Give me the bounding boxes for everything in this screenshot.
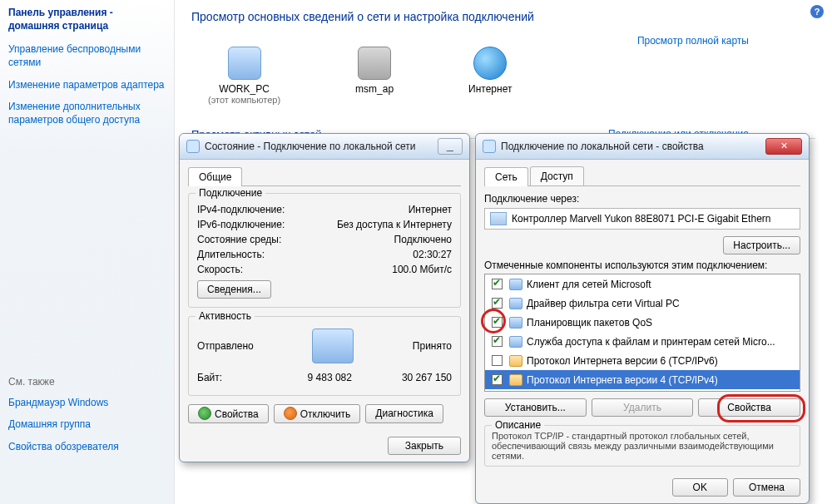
list-item[interactable]: Драйвер в/в тополога канального уровня <box>485 389 800 392</box>
connect-via-label: Подключение через: <box>484 193 800 205</box>
connection-status-dialog: Состояние - Подключение по локальной сет… <box>179 133 470 462</box>
sidebar-link-wireless[interactable]: Управление беспроводными сетями <box>8 43 141 68</box>
control-panel-home-link[interactable]: Панель управления - домашняя страница <box>8 7 166 32</box>
component-checkbox[interactable] <box>492 298 503 309</box>
internet-globe-icon <box>473 47 507 80</box>
computer-icon <box>228 47 261 80</box>
see-also-firewall[interactable]: Брандмауэр Windows <box>8 397 108 408</box>
ipv4-value: Интернет <box>409 204 452 215</box>
component-label: Клиент для сетей Microsoft <box>527 279 651 290</box>
view-full-map-link[interactable]: Просмотр полной карты <box>637 35 749 47</box>
sidebar-link-sharing-settings[interactable]: Изменение дополнительных параметров обще… <box>8 101 141 126</box>
component-checkbox[interactable] <box>492 336 503 347</box>
list-item[interactable]: Драйвер фильтра сети Virtual PC <box>485 294 800 313</box>
node-pc-label: WORK_PC <box>208 83 280 95</box>
install-button[interactable]: Установить... <box>484 398 587 417</box>
tab-general[interactable]: Общие <box>188 167 242 186</box>
component-icon <box>509 374 522 386</box>
details-button[interactable]: Сведения... <box>197 280 271 299</box>
see-also-heading: См. также <box>8 376 166 388</box>
duration-value: 02:30:27 <box>413 249 452 260</box>
network-icon <box>483 140 496 153</box>
list-item[interactable]: Служба доступа к файлам и принтерам сете… <box>485 332 800 351</box>
component-label: Планировщик пакетов QoS <box>527 317 652 329</box>
ok-button[interactable]: OK <box>672 478 728 497</box>
components-label: Отмеченные компоненты используются этим … <box>484 259 800 271</box>
list-item[interactable]: Протокол Интернета версии 6 (TCP/IPv6) <box>485 351 800 370</box>
remove-button: Удалить <box>592 398 694 417</box>
node-net-label: Интернет <box>468 83 512 95</box>
component-icon <box>509 317 522 329</box>
shield-icon <box>198 407 211 420</box>
properties-window-title: Подключение по локальной сети - свойства <box>501 141 760 152</box>
component-checkbox[interactable] <box>492 279 503 289</box>
component-label: Служба доступа к файлам и принтерам сете… <box>527 336 775 348</box>
list-item[interactable]: Планировщик пакетов QoS <box>485 313 800 332</box>
connection-group-label: Подключение <box>196 187 265 199</box>
component-icon <box>509 355 522 367</box>
bytes-received-value: 30 267 150 <box>402 372 452 383</box>
received-label: Принято <box>413 340 452 352</box>
network-icon <box>186 140 200 153</box>
speed-value: 100.0 Мбит/с <box>392 264 452 275</box>
ipv4-label: IPv4-подключение: <box>197 204 285 215</box>
sidebar: Панель управления - домашняя страница Уп… <box>0 0 175 504</box>
activity-group-label: Активность <box>196 310 255 322</box>
see-also-homegroup[interactable]: Домашняя группа <box>8 418 91 430</box>
component-icon <box>509 336 522 348</box>
plug-icon <box>284 407 297 420</box>
tab-access[interactable]: Доступ <box>530 166 584 185</box>
component-label: Драйвер фильтра сети Virtual PC <box>527 298 680 309</box>
media-state-label: Состояние среды: <box>197 234 281 245</box>
node-ap-label: msm_ap <box>355 83 394 95</box>
tab-network[interactable]: Сеть <box>484 167 528 186</box>
item-properties-button[interactable]: Свойства <box>698 398 800 417</box>
help-icon[interactable]: ? <box>810 5 824 18</box>
component-checkbox[interactable] <box>492 355 503 366</box>
duration-label: Длительность: <box>197 249 265 260</box>
status-window-title: Состояние - Подключение по локальной сет… <box>205 141 433 152</box>
diagnose-button[interactable]: Диагностика <box>365 404 443 423</box>
page-title: Просмотр основных сведений о сети и наст… <box>191 10 815 23</box>
sent-label: Отправлено <box>197 340 254 352</box>
see-also-browser-props[interactable]: Свойства обозревателя <box>8 441 119 452</box>
close-button[interactable]: Закрыть <box>388 437 461 455</box>
disable-button[interactable]: Отключить <box>274 404 361 423</box>
adapter-name: Контроллер Marvell Yukon 88E8071 PCI-E G… <box>512 213 770 225</box>
ipv6-label: IPv6-подключение: <box>197 219 285 230</box>
component-label: Протокол Интернета версии 6 (TCP/IPv6) <box>527 355 718 367</box>
component-checkbox[interactable] <box>492 374 503 385</box>
close-icon[interactable]: ✕ <box>765 138 802 155</box>
cancel-button[interactable]: Отмена <box>733 478 800 497</box>
sidebar-link-adapter-settings[interactable]: Изменение параметров адаптера <box>8 79 165 91</box>
bytes-label: Байт: <box>197 372 222 383</box>
component-icon <box>509 298 522 309</box>
configure-button[interactable]: Настроить... <box>723 236 800 254</box>
minimize-button[interactable]: _ <box>438 138 463 155</box>
component-label: Протокол Интернета версии 4 (TCP/IPv4) <box>527 374 718 386</box>
list-item[interactable]: Протокол Интернета версии 4 (TCP/IPv4) <box>485 370 800 389</box>
adapter-field: Контроллер Marvell Yukon 88E8071 PCI-E G… <box>484 208 800 230</box>
connection-properties-dialog: Подключение по локальной сети - свойства… <box>475 133 810 504</box>
node-pc-sub: (этот компьютер) <box>208 95 280 105</box>
ipv6-value: Без доступа к Интернету <box>337 219 452 230</box>
components-list[interactable]: Клиент для сетей MicrosoftДрайвер фильтр… <box>484 274 800 392</box>
bytes-sent-value: 9 483 082 <box>308 372 352 383</box>
speed-label: Скорость: <box>197 264 243 275</box>
list-item[interactable]: Клиент для сетей Microsoft <box>485 274 800 294</box>
media-state-value: Подключено <box>394 234 452 245</box>
component-icon <box>509 279 522 290</box>
properties-button[interactable]: Свойства <box>188 404 269 423</box>
component-checkbox[interactable] <box>492 317 503 328</box>
activity-icon <box>312 329 354 363</box>
description-text: Протокол TCP/IP - стандартный протокол г… <box>492 431 774 461</box>
description-label: Описание <box>492 419 544 431</box>
adapter-icon <box>490 212 507 225</box>
access-point-icon <box>358 47 391 80</box>
